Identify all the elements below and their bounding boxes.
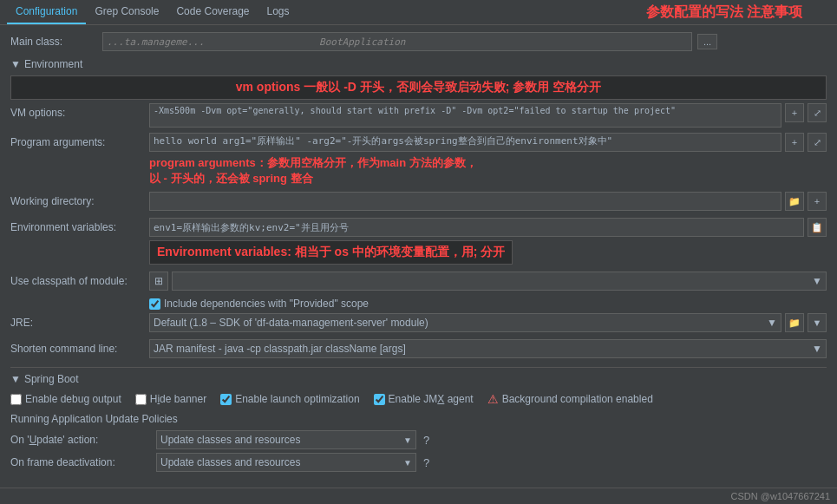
hide-banner-label[interactable]: Hide banner xyxy=(135,393,206,405)
tab-grep-console[interactable]: Grep Console xyxy=(86,0,167,24)
include-deps-checkbox[interactable] xyxy=(149,298,160,310)
jre-folder-btn[interactable]: 📁 xyxy=(785,313,804,332)
jre-dropdown-btn[interactable]: ▼ xyxy=(808,313,827,332)
working-dir-row: Working directory: 📁 + xyxy=(10,192,827,213)
environment-section-header[interactable]: ▼ Environment xyxy=(10,58,827,70)
spring-boot-section: ▼ Spring Boot Enable debug output Hide b… xyxy=(10,367,827,472)
working-dir-label: Working directory: xyxy=(10,192,149,207)
main-class-input[interactable] xyxy=(102,32,692,51)
vm-options-row: VM options: -Xms500m -Dvm opt="generally… xyxy=(10,103,827,128)
vm-options-expand-btn[interactable]: ⤢ xyxy=(808,103,827,122)
env-vars-row: Environment variables: env1=原样输出参数的kv;en… xyxy=(10,218,827,266)
vm-options-controls: -Xms500m -Dvm opt="generally, should sta… xyxy=(149,103,827,128)
on-update-label: On 'Update' action: xyxy=(10,434,149,446)
on-update-arrow: ▼ xyxy=(403,435,412,445)
shorten-cmd-dropdown[interactable]: JAR manifest - java -cp classpath.jar cl… xyxy=(149,339,827,358)
jre-dropdown-arrow: ▼ xyxy=(767,317,777,329)
policies-title: Running Application Update Policies xyxy=(10,413,827,425)
env-vars-copy-btn[interactable]: 📋 xyxy=(808,218,827,237)
program-args-expand-btn[interactable]: ⤢ xyxy=(808,133,827,152)
spring-boot-label: Spring Boot xyxy=(24,373,79,385)
program-args-input[interactable]: hello world arg1="原样输出" -arg2="-开头的args会… xyxy=(149,133,781,152)
include-deps-checkbox-label[interactable]: Include dependencies with "Provided" sco… xyxy=(149,298,369,310)
shorten-cmd-value: JAR manifest - java -cp classpath.jar cl… xyxy=(154,343,406,355)
on-frame-value: Update classes and resources xyxy=(160,456,300,468)
working-dir-controls: 📁 + xyxy=(149,192,827,211)
shorten-cmd-arrow: ▼ xyxy=(812,343,822,355)
environment-label: Environment xyxy=(24,58,82,70)
on-frame-row: On frame deactivation: Update classes an… xyxy=(10,453,827,472)
tab-logs[interactable]: Logs xyxy=(258,0,298,24)
program-args-annotation: program arguments：参数用空格分开，作为main 方法的参数， … xyxy=(149,155,477,187)
jre-controls: Default (1.8 – SDK of 'df-data-managemen… xyxy=(149,313,827,332)
on-frame-label: On frame deactivation: xyxy=(10,456,149,468)
jre-label: JRE: xyxy=(10,313,149,329)
footer: CSDN @w1047667241 xyxy=(0,488,837,504)
env-vars-input[interactable]: env1=原样输出参数的kv;env2="并且用分号 xyxy=(149,218,804,237)
enable-debug-label[interactable]: Enable debug output xyxy=(10,393,121,405)
running-policies-section: Running Application Update Policies On '… xyxy=(10,413,827,472)
program-args-controls: hello world arg1="原样输出" -arg2="-开头的args会… xyxy=(149,133,827,187)
on-update-row: On 'Update' action: Update classes and r… xyxy=(10,430,827,449)
enable-jmx-checkbox[interactable] xyxy=(374,394,385,405)
footer-text: CSDN @w1047667241 xyxy=(730,491,830,501)
enable-debug-checkbox[interactable] xyxy=(10,394,22,405)
working-dir-input[interactable] xyxy=(149,192,781,211)
on-update-help-icon[interactable]: ? xyxy=(423,434,429,447)
shorten-cmd-controls: JAR manifest - java -cp classpath.jar cl… xyxy=(149,339,827,358)
tab-annotation: 参数配置的写法 注意事项 xyxy=(646,3,802,22)
spring-boot-header[interactable]: ▼ Spring Boot xyxy=(10,373,827,385)
enable-debug-text: Enable debug output xyxy=(25,393,121,405)
classpath-module-controls: ⊞ ▼ xyxy=(149,272,827,291)
classpath-module-row: Use classpath of module: ⊞ ▼ xyxy=(10,272,827,292)
main-class-ellipsis-btn[interactable]: ... xyxy=(697,34,717,49)
shorten-cmd-label: Shorten command line: xyxy=(10,339,149,355)
on-frame-help-icon[interactable]: ? xyxy=(423,456,429,469)
working-dir-plus-btn[interactable]: + xyxy=(808,192,827,211)
enable-launch-label[interactable]: Enable launch optimization xyxy=(220,393,359,405)
on-frame-dropdown[interactable]: Update classes and resources ▼ xyxy=(156,453,416,472)
program-args-label: Program arguments: xyxy=(10,133,149,148)
environment-triangle: ▼ xyxy=(10,58,21,70)
include-deps-text: Include dependencies with "Provided" sco… xyxy=(164,298,369,310)
classpath-dropdown-arrow: ▼ xyxy=(812,275,822,287)
env-vars-label: Environment variables: xyxy=(10,218,149,233)
enable-launch-checkbox[interactable] xyxy=(220,394,232,405)
on-update-dropdown[interactable]: Update classes and resources ▼ xyxy=(156,430,416,449)
vm-options-input[interactable]: -Xms500m -Dvm opt="generally, should sta… xyxy=(149,103,781,128)
vm-annotation: vm options 一般以 -D 开头，否则会导致启动失败; 参数用 空格分开 xyxy=(10,75,827,100)
jre-row: JRE: Default (1.8 – SDK of 'df-data-mana… xyxy=(10,313,827,334)
spring-boot-checkboxes: Enable debug output Hide banner Enable l… xyxy=(10,392,827,406)
classpath-module-label: Use classpath of module: xyxy=(10,272,149,287)
on-frame-arrow: ▼ xyxy=(403,458,412,468)
hide-underline: i xyxy=(157,393,160,405)
jre-dropdown[interactable]: Default (1.8 – SDK of 'df-data-managemen… xyxy=(149,313,781,332)
program-args-row: Program arguments: hello world arg1="原样输… xyxy=(10,133,827,187)
hide-banner-checkbox[interactable] xyxy=(135,394,147,405)
classpath-module-icon[interactable]: ⊞ xyxy=(149,272,168,291)
on-update-value: Update classes and resources xyxy=(160,434,300,446)
tab-code-coverage[interactable]: Code Coverage xyxy=(167,0,258,24)
vm-options-label: VM options: xyxy=(10,103,149,119)
enable-jmx-text: Enable JMX agent xyxy=(389,393,474,405)
bg-compilation-error-icon: ⚠ xyxy=(487,392,499,406)
main-class-row: Main class: ... xyxy=(10,32,827,51)
tab-configuration[interactable]: Configuration xyxy=(7,0,86,24)
include-deps-row: Include dependencies with "Provided" sco… xyxy=(149,298,827,310)
jre-value: Default (1.8 – SDK of 'df-data-managemen… xyxy=(154,317,428,329)
main-class-label: Main class: xyxy=(10,36,97,48)
tabs-bar: Configuration Grep Console Code Coverage… xyxy=(0,0,837,25)
classpath-module-dropdown[interactable]: ▼ xyxy=(172,272,827,291)
spring-boot-triangle: ▼ xyxy=(10,373,21,385)
enable-jmx-label[interactable]: Enable JMX agent xyxy=(374,393,474,405)
enable-launch-text: Enable launch optimization xyxy=(235,393,359,405)
program-args-plus-btn[interactable]: + xyxy=(785,133,804,152)
hide-banner-text: Hide banner xyxy=(150,393,206,405)
env-vars-annotation: Environment variables: 相当于 os 中的环境变量配置，用… xyxy=(149,240,513,265)
working-dir-folder-btn[interactable]: 📁 xyxy=(785,192,804,211)
vm-options-plus-btn[interactable]: + xyxy=(785,103,804,122)
bg-compilation-text: Background compilation enabled xyxy=(502,393,653,405)
shorten-cmd-row: Shorten command line: JAR manifest - jav… xyxy=(10,339,827,360)
content-area: Main class: ... ▼ Environment vm options… xyxy=(0,25,837,488)
bg-compilation-container: ⚠ Background compilation enabled xyxy=(487,392,653,406)
